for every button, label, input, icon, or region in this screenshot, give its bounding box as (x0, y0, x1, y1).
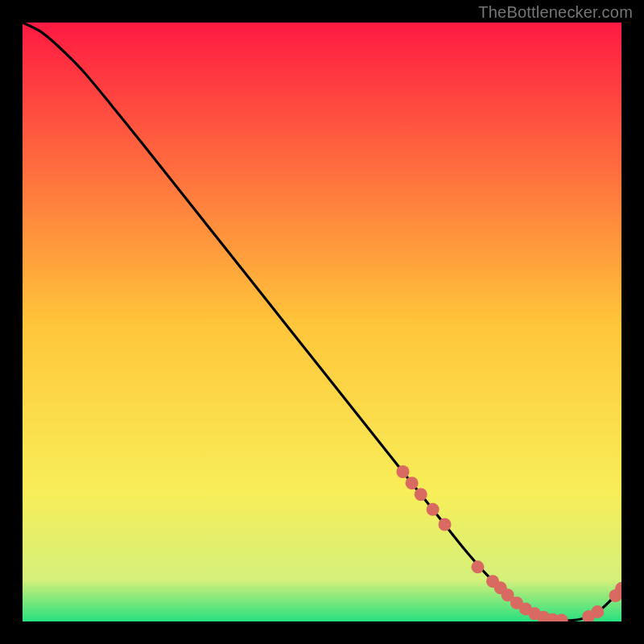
highlight-dot (396, 465, 409, 478)
attribution-label: TheBottlenecker.com (478, 3, 633, 22)
highlight-dot (591, 605, 604, 618)
highlight-dot (415, 488, 427, 501)
highlight-dot (439, 518, 452, 530)
plot-svg (23, 23, 621, 621)
highlight-dot (427, 503, 440, 516)
gradient-background (23, 23, 621, 621)
highlight-dot (471, 560, 484, 573)
plot-area (23, 23, 621, 621)
chart-frame: TheBottlenecker.com (0, 0, 644, 644)
highlight-dot (406, 477, 419, 489)
